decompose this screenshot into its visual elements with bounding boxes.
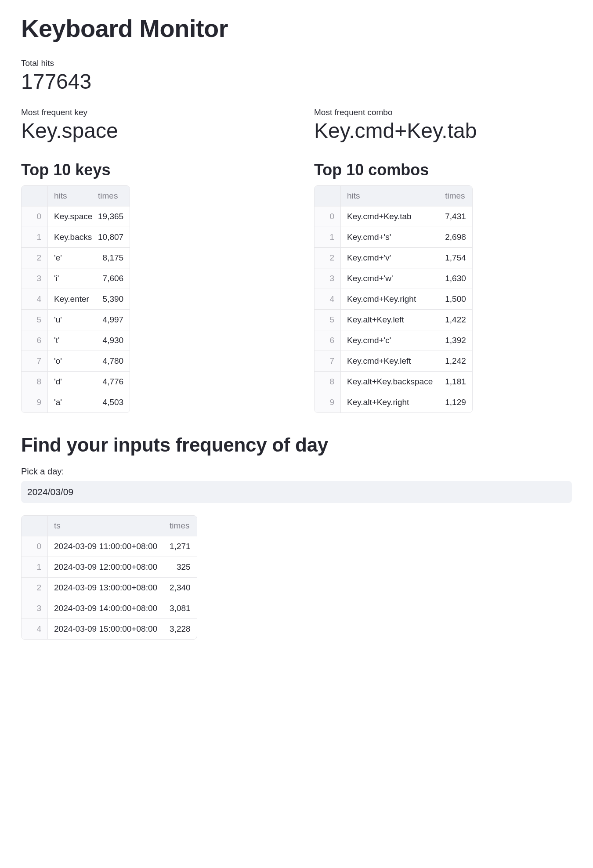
top-keys-th-times[interactable]: times — [92, 186, 130, 206]
table-row[interactable]: 7Key.cmd+Key.left1,242 — [315, 351, 472, 372]
top-combos-heading: Top 10 combos — [314, 161, 572, 179]
top-combos-th-index[interactable] — [315, 186, 341, 206]
combo-count: 1,422 — [439, 310, 472, 330]
key-name: 'o' — [48, 351, 92, 372]
combo-name: Key.cmd+'c' — [341, 330, 439, 351]
table-row[interactable]: 9Key.alt+Key.right1,129 — [315, 392, 472, 412]
most-frequent-key-value: Key.space — [21, 118, 279, 144]
table-row[interactable]: 8Key.alt+Key.backspace1,181 — [315, 372, 472, 392]
key-count: 4,780 — [92, 351, 130, 372]
table-row[interactable]: 7'o'4,780 — [22, 351, 130, 372]
table-row[interactable]: 5Key.alt+Key.left1,422 — [315, 310, 472, 330]
table-row[interactable]: 22024-03-09 13:00:00+08:002,340 — [22, 578, 197, 598]
row-index: 0 — [22, 206, 48, 227]
key-name: 't' — [48, 330, 92, 351]
top-keys-th-hits[interactable]: hits — [48, 186, 92, 206]
combo-name: Key.alt+Key.backspace — [341, 372, 439, 392]
row-index: 1 — [315, 227, 341, 248]
combo-count: 1,500 — [439, 289, 472, 310]
key-count: 4,930 — [92, 330, 130, 351]
frequency-table[interactable]: ts times 02024-03-09 11:00:00+08:001,271… — [21, 515, 197, 640]
row-index: 1 — [22, 557, 48, 578]
most-frequent-combo-label: Most frequent combo — [314, 108, 572, 117]
top-keys-table[interactable]: hits times 0Key.space19,3651Key.backsp10… — [21, 185, 130, 413]
table-row[interactable]: 32024-03-09 14:00:00+08:003,081 — [22, 598, 197, 619]
row-index: 6 — [315, 330, 341, 351]
combo-count: 1,392 — [439, 330, 472, 351]
key-count: 5,390 — [92, 289, 130, 310]
freq-th-ts[interactable]: ts — [48, 516, 163, 536]
total-hits-metric: Total hits 177643 — [21, 58, 572, 94]
row-index: 2 — [22, 248, 48, 268]
table-row[interactable]: 9'a'4,503 — [22, 392, 130, 412]
combo-name: Key.alt+Key.left — [341, 310, 439, 330]
table-row[interactable]: 3Key.cmd+'w'1,630 — [315, 268, 472, 289]
row-index: 4 — [22, 289, 48, 310]
key-name: 'e' — [48, 248, 92, 268]
row-index: 0 — [22, 536, 48, 557]
page-title: Keyboard Monitor — [21, 14, 572, 43]
freq-th-times[interactable]: times — [163, 516, 197, 536]
table-row[interactable]: 4Key.cmd+Key.right1,500 — [315, 289, 472, 310]
table-row[interactable]: 0Key.cmd+Key.tab7,431 — [315, 206, 472, 227]
table-row[interactable]: 1Key.cmd+'s'2,698 — [315, 227, 472, 248]
combo-count: 1,754 — [439, 248, 472, 268]
key-count: 8,175 — [92, 248, 130, 268]
key-count: 4,776 — [92, 372, 130, 392]
row-index: 9 — [315, 392, 341, 412]
combo-count: 7,431 — [439, 206, 472, 227]
row-index: 2 — [315, 248, 341, 268]
combo-name: Key.cmd+Key.right — [341, 289, 439, 310]
combo-name: Key.cmd+'s' — [341, 227, 439, 248]
combo-count: 2,698 — [439, 227, 472, 248]
row-index: 1 — [22, 227, 48, 248]
row-index: 9 — [22, 392, 48, 412]
row-index: 5 — [315, 310, 341, 330]
top-combos-th-times[interactable]: times — [439, 186, 472, 206]
table-row[interactable]: 0Key.space19,365 — [22, 206, 130, 227]
hits-count: 1,271 — [163, 536, 197, 557]
freq-th-index[interactable] — [22, 516, 48, 536]
row-index: 8 — [315, 372, 341, 392]
key-count: 7,606 — [92, 268, 130, 289]
top-keys-th-index[interactable] — [22, 186, 48, 206]
timestamp: 2024-03-09 12:00:00+08:00 — [48, 557, 163, 578]
key-name: Key.backsp — [48, 227, 92, 248]
table-row[interactable]: 1Key.backsp10,807 — [22, 227, 130, 248]
table-row[interactable]: 5'u'4,997 — [22, 310, 130, 330]
table-row[interactable]: 2Key.cmd+'v'1,754 — [315, 248, 472, 268]
row-index: 5 — [22, 310, 48, 330]
table-row[interactable]: 2'e'8,175 — [22, 248, 130, 268]
combo-count: 1,630 — [439, 268, 472, 289]
timestamp: 2024-03-09 11:00:00+08:00 — [48, 536, 163, 557]
table-row[interactable]: 6't'4,930 — [22, 330, 130, 351]
most-frequent-combo-metric: Most frequent combo Key.cmd+Key.tab — [314, 108, 572, 144]
pick-day-input[interactable] — [21, 481, 572, 503]
row-index: 6 — [22, 330, 48, 351]
row-index: 8 — [22, 372, 48, 392]
table-row[interactable]: 3'i'7,606 — [22, 268, 130, 289]
top-combos-table[interactable]: hits times 0Key.cmd+Key.tab7,4311Key.cmd… — [314, 185, 473, 413]
key-name: 'a' — [48, 392, 92, 412]
key-count: 19,365 — [92, 206, 130, 227]
table-row[interactable]: 02024-03-09 11:00:00+08:001,271 — [22, 536, 197, 557]
table-row[interactable]: 6Key.cmd+'c'1,392 — [315, 330, 472, 351]
total-hits-value: 177643 — [21, 69, 572, 94]
key-count: 4,997 — [92, 310, 130, 330]
table-row[interactable]: 4Key.enter5,390 — [22, 289, 130, 310]
key-name: 'i' — [48, 268, 92, 289]
top-combos-th-hits[interactable]: hits — [341, 186, 439, 206]
row-index: 2 — [22, 578, 48, 598]
timestamp: 2024-03-09 14:00:00+08:00 — [48, 598, 163, 619]
row-index: 3 — [315, 268, 341, 289]
timestamp: 2024-03-09 15:00:00+08:00 — [48, 619, 163, 639]
row-index: 3 — [22, 598, 48, 619]
key-count: 4,503 — [92, 392, 130, 412]
combo-count: 1,181 — [439, 372, 472, 392]
key-name: Key.enter — [48, 289, 92, 310]
row-index: 4 — [22, 619, 48, 639]
table-row[interactable]: 42024-03-09 15:00:00+08:003,228 — [22, 619, 197, 639]
table-row[interactable]: 8'd'4,776 — [22, 372, 130, 392]
combo-name: Key.alt+Key.right — [341, 392, 439, 412]
table-row[interactable]: 12024-03-09 12:00:00+08:00325 — [22, 557, 197, 578]
